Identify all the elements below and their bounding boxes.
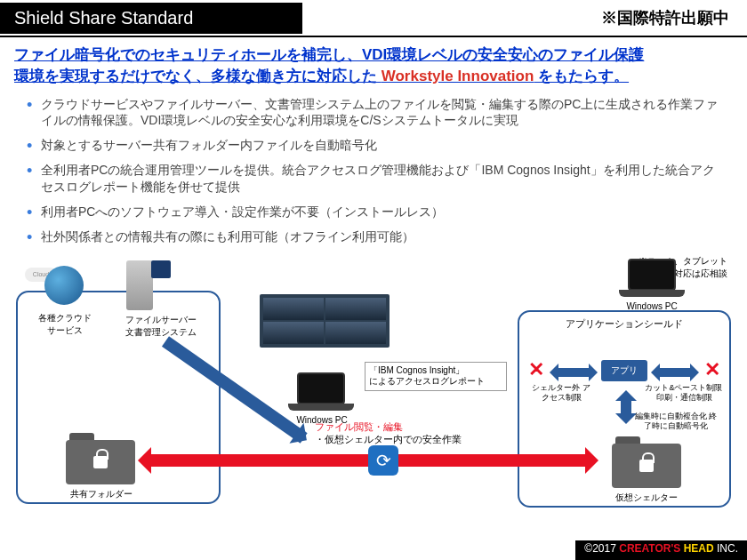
brand-c: INC. [714,542,738,555]
architecture-diagram: アプリケーションシールド アプリ ✕ ✕ シェルター外 アクセス制限 カット&ペ… [12,255,735,531]
arrow-right-icon [656,368,694,377]
subtitle-line-b-post: をもたらす。 [534,68,629,84]
lock-icon [639,460,654,472]
app-core-badge: アプリ [601,360,647,381]
server-label: ファイルサーバー 文書管理システム [112,314,210,339]
bullet-list: クラウドサービスやファイルサーバー、文書管理システム上のファイルを閲覧・編集する… [0,91,747,255]
dashboard-thumb-icon [260,294,390,348]
file-server-icon [126,260,176,314]
cloud-services-icon: Cloud [28,259,100,308]
subtitle-line-b-pre: 環境を実現するだけでなく、多様な働き方に対応した [14,68,382,84]
brand-a: CREATOR'S [619,542,683,555]
mid-red-text: ファイル閲覧・編集 [315,420,462,433]
brand-b: HEAD [684,542,714,555]
shared-folder-label: 共有フォルダー [64,488,139,500]
pc-right-label: Windows PC [612,301,692,311]
bullet-item: 全利用者PCの統合運用管理ツールを提供。統合アクセスログ管理機能および「IBM … [27,162,720,196]
bullet-item: 社外関係者との情報共有の際にも利用可能（オフライン利用可能） [27,228,720,245]
sync-icon: ⟳ [368,445,398,476]
bullet-item: 対象とするサーバー共有フォルダー内ファイルを自動暗号化 [27,137,720,154]
laptop-center-icon [288,372,354,415]
mid-black-text: ・仮想シェルター内での安全作業 [315,433,462,445]
virtual-shelter-label: 仮想シェルター [606,492,687,504]
arrow-left-icon [555,368,592,377]
app-shield-title: アプリケーションシールド [519,317,729,331]
subtitle-red: Workstyle Innovation [382,68,534,84]
mid-caption: ファイル閲覧・編集 ・仮想シェルター内での安全作業 [315,420,462,446]
globe-icon [44,266,84,305]
laptop-right-icon [619,259,685,301]
cloud-label: 各種クラウド サービス [25,312,105,337]
arrow-down-icon [621,396,631,419]
page-title: Shield Share Standard [0,3,302,34]
shared-folder-icon [66,433,135,484]
copyright: ©2017 [584,542,619,555]
cognos-label: 「IBM Cognos Insight」 によるアクセスログレポート [365,362,507,391]
footer: ©2017 CREATOR'S HEAD INC. [575,540,747,560]
shelter-out-label: シェルター外 アクセス制限 [530,383,592,403]
bullet-item: クラウドサービスやファイルサーバー、文書管理システム上のファイルを閲覧・編集する… [27,96,720,130]
patent-notice: ※国際特許出願中 [601,7,747,28]
header-bar: Shield Share Standard ※国際特許出願中 [0,0,747,36]
subtitle-line-a: ファイル暗号化でのセキュリティホールを補完し、VDI環境レベルの安全安心のファイ… [14,46,644,63]
auto-enc-label: 編集時に自動複合化 終了時に自動暗号化 [631,412,720,431]
lock-icon [93,456,108,468]
virtual-shelter-icon [612,436,681,488]
subtitle: ファイル暗号化でのセキュリティホールを補完し、VDI環境レベルの安全安心のファイ… [0,37,747,91]
cut-paste-label: カット&ペースト制限 印刷・通信制限 [644,383,724,403]
bullet-item: 利用者PCへのソフトウェア導入・設定作業が不要（インストールレス） [27,204,720,220]
